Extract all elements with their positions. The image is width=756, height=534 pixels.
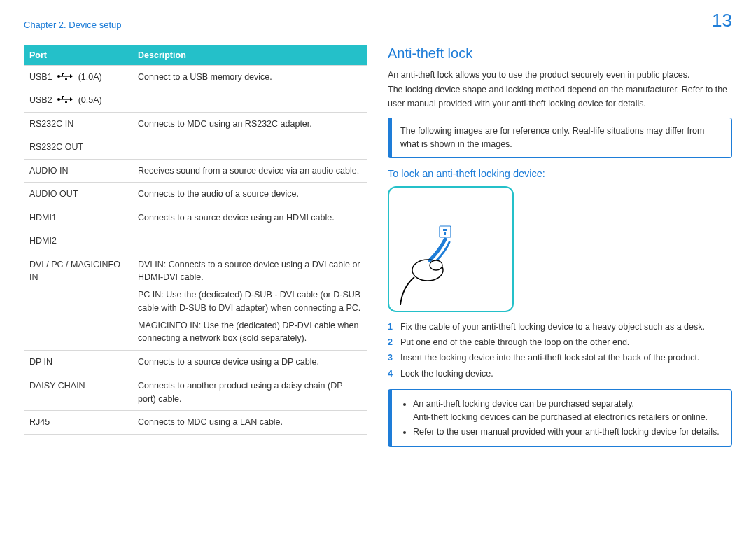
intro-text: The locking device shape and locking met…	[388, 83, 732, 111]
svg-rect-17	[444, 233, 446, 235]
svg-rect-4	[62, 73, 64, 74]
usb-icon	[57, 71, 73, 84]
svg-rect-1	[59, 76, 70, 77]
list-item: Refer to the user manual provided with y…	[413, 426, 723, 439]
svg-marker-9	[70, 97, 73, 101]
table-row: RJ45Connects to MDC using a LAN cable.	[24, 411, 367, 435]
steps-list: Fix the cable of your anti-theft locking…	[388, 321, 732, 381]
port-table: Port Description USB1 (1.0A) Connect to …	[24, 45, 367, 435]
list-item: Lock the locking device.	[388, 367, 732, 381]
sub-title: To lock an anti-theft locking device:	[388, 168, 732, 179]
table-row: RS232C OUT	[24, 136, 367, 159]
list-item: Fix the cable of your anti-theft locking…	[388, 321, 732, 334]
svg-point-13	[65, 101, 67, 104]
table-row: USB2 (0.5A)	[24, 89, 367, 113]
port-header: Port	[24, 45, 132, 66]
table-row: DAISY CHAINConnects to another product u…	[24, 374, 367, 411]
svg-rect-14	[440, 226, 451, 237]
page-number: 13	[712, 10, 732, 31]
svg-point-19	[430, 260, 442, 270]
svg-marker-2	[70, 74, 73, 78]
intro-text: An anti-theft lock allows you to use the…	[388, 69, 732, 82]
breadcrumb: Chapter 2. Device setup	[24, 20, 121, 30]
usb-icon	[57, 94, 73, 107]
table-row: DVI / PC / MAGICINFO IN DVI IN: Connects…	[24, 253, 367, 351]
table-row: HDMI2	[24, 230, 367, 253]
svg-rect-8	[59, 99, 70, 100]
list-item: Put one end of the cable through the loo…	[388, 336, 732, 349]
svg-point-6	[65, 78, 67, 80]
list-item: Insert the locking device into the anti-…	[388, 351, 732, 365]
note-box: The following images are for reference o…	[388, 118, 732, 158]
svg-rect-11	[62, 96, 64, 97]
section-title: Anti-theft lock	[388, 45, 732, 62]
svg-rect-15	[443, 229, 447, 231]
note-box: An anti-theft locking device can be purc…	[388, 389, 732, 447]
table-row: AUDIO OUTConnects to the audio of a sour…	[24, 183, 367, 206]
lock-diagram	[388, 186, 514, 312]
desc-header: Description	[132, 45, 367, 66]
list-item: An anti-theft locking device can be purc…	[413, 398, 723, 424]
table-row: DP INConnects to a source device using a…	[24, 351, 367, 374]
table-row: AUDIO INReceives sound from a source dev…	[24, 159, 367, 183]
